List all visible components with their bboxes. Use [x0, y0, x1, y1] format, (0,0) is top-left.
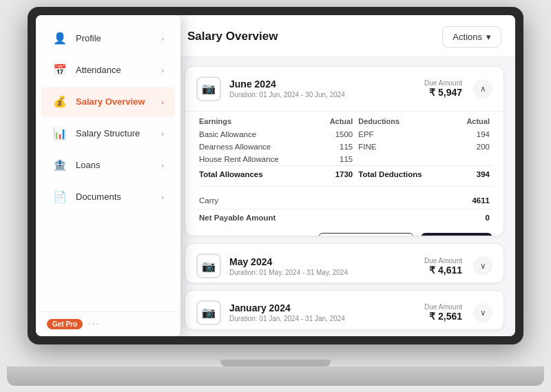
total-deductions-value: 394 [453, 165, 492, 180]
sidebar-item-salary-overview[interactable]: 💰 Salary Overview › [41, 87, 175, 117]
due-value: ₹ 4,611 [424, 265, 462, 276]
earning-value: 1500 [315, 128, 355, 141]
main-panel: Salary Overview Actions ▾ 📷 [174, 15, 515, 336]
screen-content: 👤 Profile › 📅 Attendance › [36, 15, 515, 336]
month-info-jan: January 2024 Duration: 01 Jan, 2024 - 31… [229, 302, 345, 322]
sidebar-item-salary-structure[interactable]: 📊 Salary Structure › [41, 118, 175, 149]
chevron-right-icon: › [161, 98, 164, 106]
due-value: ₹ 5,947 [424, 87, 462, 98]
table-row: Dearness Allowance 115 FINE 200 [196, 141, 492, 153]
salary-card-may2024: 📷 May 2024 Duration: 01 May, 2024 - 31 M… [185, 243, 504, 283]
chevron-right-icon: › [161, 34, 164, 43]
month-info-may: May 2024 Duration: 01 May, 2024 - 31 May… [229, 256, 348, 276]
salary-card-header-jan2024[interactable]: 📷 January 2024 Duration: 01 Jan, 2024 - … [185, 291, 503, 330]
carry-label: Carry [199, 196, 218, 205]
total-deductions-label: Total Deductions [355, 165, 452, 180]
earnings-actual-header: Actual [315, 112, 355, 128]
chevron-right-icon: › [161, 193, 164, 201]
table-row: Basic Allowance 1500 EPF 194 [196, 128, 492, 141]
laptop-frame: 👤 Profile › 📅 Attendance › [7, 7, 544, 386]
salary-card-body-june: Earnings Actual Deductions Actual [185, 111, 503, 237]
get-pro-badge[interactable]: Get Pro [47, 319, 83, 329]
expand-button-jan[interactable]: ∨ [473, 303, 492, 322]
main-header: Salary Overview Actions ▾ [174, 15, 515, 56]
month-icon-jan: 📷 [196, 300, 221, 325]
month-title: January 2024 [229, 302, 345, 313]
month-icon-june: 📷 [196, 76, 221, 101]
sidebar-item-label: Salary Overview [76, 96, 145, 107]
chevron-right-icon: › [161, 130, 164, 138]
deduction-value: 200 [453, 141, 492, 153]
laptop-notch [220, 360, 331, 367]
salary-structure-icon: 📊 [52, 126, 67, 141]
month-title: June 2024 [229, 79, 345, 90]
deductions-actual-header: Actual [453, 112, 492, 128]
expand-button-may[interactable]: ∨ [473, 256, 492, 276]
sidebar-item-loans[interactable]: 🏦 Loans › [41, 150, 175, 180]
laptop-base [7, 367, 544, 386]
sidebar-item-label: Attendance [76, 65, 121, 75]
chevron-right-icon: › [161, 66, 164, 74]
sidebar-item-attendance[interactable]: 📅 Attendance › [41, 55, 175, 85]
salary-card-june2024: 📷 June 2024 Duration: 01 Jun, 2024 - 30 … [185, 66, 504, 237]
earning-value: 115 [315, 153, 355, 166]
actions-chevron-icon: ▾ [486, 32, 491, 42]
earnings-header: Earnings [196, 112, 315, 128]
salary-card-header-june2024[interactable]: 📷 June 2024 Duration: 01 Jun, 2024 - 30 … [185, 67, 503, 111]
page-title: Salary Overview [187, 30, 278, 43]
month-info-june: June 2024 Duration: 01 Jun, 2024 - 30 Ju… [229, 79, 345, 99]
sidebar-item-label: Salary Structure [76, 128, 140, 138]
total-earnings-value: 1730 [315, 165, 355, 180]
due-label: Due Amount [424, 257, 462, 265]
earning-value: 115 [315, 141, 355, 153]
sidebar-item-documents[interactable]: 📄 Documents › [41, 182, 175, 212]
screen-inner: 👤 Profile › 📅 Attendance › [36, 15, 515, 336]
salary-overview-icon: 💰 [52, 94, 67, 110]
sidebar: 👤 Profile › 📅 Attendance › [36, 15, 180, 336]
chevron-right-icon: › [161, 161, 164, 169]
carry-value: 4611 [472, 196, 490, 205]
salary-card-jan2024: 📷 January 2024 Duration: 01 Jan, 2024 - … [185, 290, 504, 330]
due-value: ₹ 2,561 [424, 311, 462, 322]
sidebar-item-profile[interactable]: 👤 Profile › [41, 23, 175, 54]
carry-row: Carry 4611 [196, 192, 492, 209]
sidebar-bottom: Get Pro · · · [36, 311, 180, 336]
actions-button[interactable]: Actions ▾ [442, 26, 501, 48]
loans-icon: 🏦 [52, 158, 67, 173]
due-amount-june: Due Amount ₹ 5,947 [424, 79, 462, 98]
divider [196, 186, 492, 187]
net-value: 0 [486, 214, 490, 222]
net-row: Net Payable Amount 0 [196, 209, 492, 226]
collapse-button-june[interactable]: ∧ [473, 79, 492, 99]
salary-card-header-may2024[interactable]: 📷 May 2024 Duration: 01 May, 2024 - 31 M… [185, 244, 503, 283]
edit-salary-structure-button[interactable]: Edit Salary Structure [318, 233, 414, 237]
month-duration: Duration: 01 Jan, 2024 - 31 Jan, 2024 [229, 315, 345, 322]
month-duration: Duration: 01 May, 2024 - 31 May, 2024 [229, 269, 348, 276]
salary-table: Earnings Actual Deductions Actual [196, 112, 492, 180]
month-title: May 2024 [229, 256, 348, 267]
deductions-header: Deductions [355, 112, 452, 128]
total-earnings-label: Total Allowances [196, 165, 315, 180]
documents-icon: 📄 [52, 189, 67, 205]
earning-label: Dearness Allowance [196, 141, 315, 153]
due-amount-jan: Due Amount ₹ 2,561 [424, 303, 462, 322]
laptop-screen: 👤 Profile › 📅 Attendance › [28, 7, 523, 344]
attendance-icon: 📅 [52, 63, 67, 78]
due-amount-may: Due Amount ₹ 4,611 [424, 257, 462, 276]
action-buttons: Edit Salary Structure View Variables [196, 233, 492, 237]
main-body: 📷 June 2024 Duration: 01 Jun, 2024 - 30 … [174, 56, 515, 336]
actions-label: Actions [453, 32, 482, 42]
sidebar-menu: 👤 Profile › 📅 Attendance › [36, 15, 180, 220]
total-row: Total Allowances 1730 Total Deductions 3… [196, 165, 492, 180]
deduction-label: EPF [355, 128, 452, 141]
profile-icon: 👤 [52, 31, 67, 46]
deduction-value: 194 [453, 128, 492, 141]
sidebar-item-label: Profile [76, 33, 101, 43]
net-label: Net Payable Amount [199, 214, 276, 222]
sidebar-item-label: Loans [76, 160, 100, 170]
deduction-label: FINE [355, 141, 452, 153]
due-label: Due Amount [424, 303, 462, 311]
earning-label: House Rent Allowance [196, 153, 315, 166]
view-variables-button[interactable]: View Variables [421, 233, 492, 237]
earning-label: Basic Allowance [196, 128, 315, 141]
